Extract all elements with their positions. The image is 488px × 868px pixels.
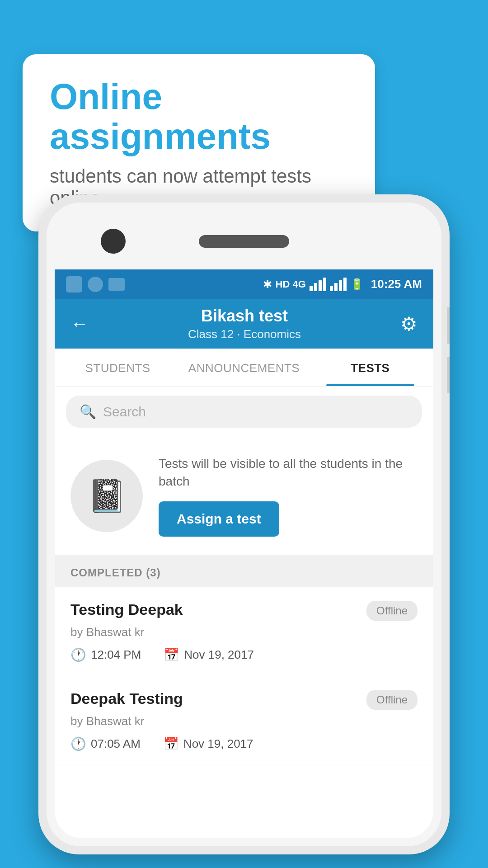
test-name-2: Deepak Testing <box>70 690 183 708</box>
battery-icon: 🔋 <box>350 278 364 291</box>
tab-announcements[interactable]: ANNOUNCEMENTS <box>181 349 307 386</box>
image-icon <box>108 278 125 291</box>
test-date-1: 📅 Nov 19, 2017 <box>164 647 254 662</box>
network-label: HD 4G <box>276 278 306 290</box>
camera <box>101 229 126 254</box>
calendar-icon-2: 📅 <box>163 736 179 751</box>
notebook-icon: 📓 <box>87 477 127 514</box>
status-icons-left <box>66 276 125 292</box>
signal-bars-2 <box>330 278 347 291</box>
test-meta-1: 🕐 12:04 PM 📅 Nov 19, 2017 <box>70 647 418 662</box>
test-item-2: Deepak Testing Offline by Bhaswat kr 🕐 0… <box>55 676 433 765</box>
test-time-1: 🕐 12:04 PM <box>70 647 141 662</box>
signal-bars <box>310 278 326 291</box>
test-author-1: by Bhaswat kr <box>70 625 418 639</box>
offline-badge-1: Offline <box>366 601 418 621</box>
app-icon-1 <box>66 276 82 292</box>
header-center: Bikash test Class 12 · Economics <box>188 307 301 341</box>
assign-content: Tests will be visible to all the student… <box>159 455 418 537</box>
test-meta-2: 🕐 07:05 AM 📅 Nov 19, 2017 <box>70 736 418 751</box>
search-placeholder: Search <box>103 404 146 420</box>
search-icon: 🔍 <box>80 404 96 420</box>
assign-section: 📓 Tests will be visible to all the stude… <box>55 437 433 558</box>
assign-description: Tests will be visible to all the student… <box>159 455 418 490</box>
test-time-2: 🕐 07:05 AM <box>70 736 141 751</box>
screen: ✱ HD 4G <box>55 269 433 838</box>
bluetooth-icon: ✱ <box>263 278 272 291</box>
status-bar: ✱ HD 4G <box>55 269 433 299</box>
phone-inner: ✱ HD 4G <box>47 203 441 846</box>
side-button-2 <box>447 357 450 393</box>
test-name-1: Testing Deepak <box>70 601 183 618</box>
search-box[interactable]: 🔍 Search <box>66 396 422 428</box>
test-item-header-1: Testing Deepak Offline <box>70 601 418 621</box>
test-item-header-2: Deepak Testing Offline <box>70 690 418 710</box>
status-time: 10:25 AM <box>371 277 422 291</box>
clock-icon-2: 🕐 <box>70 736 86 751</box>
bubble-title: Online assignments <box>50 77 348 156</box>
test-author-2: by Bhaswat kr <box>70 714 418 728</box>
assign-test-button[interactable]: Assign a test <box>159 501 279 537</box>
test-date-2: 📅 Nov 19, 2017 <box>163 736 253 751</box>
phone-frame: ✱ HD 4G <box>38 194 450 854</box>
status-icons-right: ✱ HD 4G <box>263 277 422 291</box>
whatsapp-icon <box>88 277 103 292</box>
header-subtitle: Class 12 · Economics <box>188 327 301 341</box>
completed-header: COMPLETED (3) <box>55 558 433 587</box>
offline-badge-2: Offline <box>366 690 418 710</box>
back-button[interactable]: ← <box>70 314 89 334</box>
header-title: Bikash test <box>188 307 301 326</box>
tab-students[interactable]: STUDENTS <box>55 349 181 386</box>
app-header: ← Bikash test Class 12 · Economics ⚙ <box>55 299 433 349</box>
tab-bar: STUDENTS ANNOUNCEMENTS TESTS <box>55 349 433 387</box>
assign-icon-circle: 📓 <box>70 460 143 532</box>
search-container: 🔍 Search <box>55 387 433 437</box>
test-item: Testing Deepak Offline by Bhaswat kr 🕐 1… <box>55 587 433 676</box>
speaker <box>199 235 289 248</box>
calendar-icon-1: 📅 <box>164 647 179 662</box>
tab-tests[interactable]: TESTS <box>307 349 433 386</box>
side-button-1 <box>447 307 450 344</box>
clock-icon-1: 🕐 <box>70 647 86 662</box>
settings-button[interactable]: ⚙ <box>400 313 418 335</box>
